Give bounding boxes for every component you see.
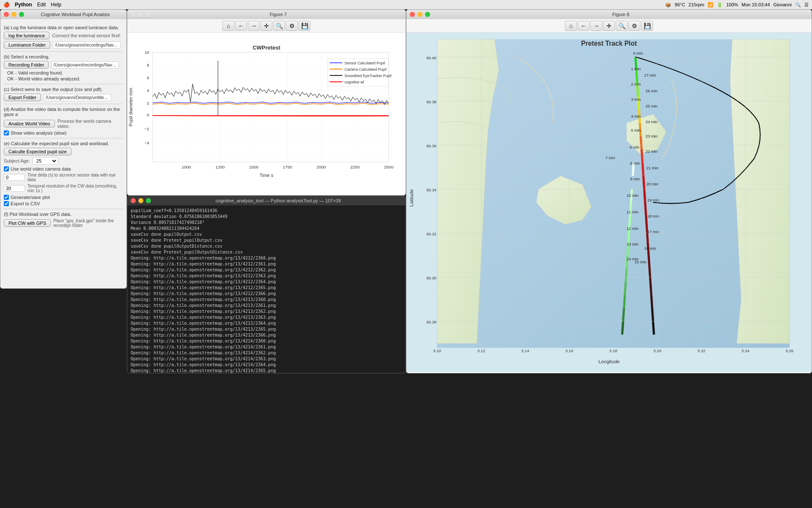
- time-delta-label: Time delta (s) to sicronice sensor data …: [27, 173, 123, 182]
- svg-line-69: [625, 282, 625, 295]
- subject-age-label: Subject Age:: [4, 158, 30, 163]
- generate-save-checkbox[interactable]: [4, 195, 9, 200]
- menubar-left: 🍎 Python Edit Help: [3, 2, 61, 8]
- pan-button[interactable]: ✛: [261, 21, 272, 31]
- temporal-res-input[interactable]: [4, 185, 25, 192]
- analize-world-button[interactable]: Analize World Video: [4, 120, 55, 127]
- back-button[interactable]: ←: [235, 21, 247, 31]
- app-name[interactable]: Python: [15, 2, 32, 8]
- generate-save-label: Generate/save plot: [11, 195, 50, 200]
- minimize-button[interactable]: [11, 12, 16, 17]
- svg-text:5.26: 5.26: [786, 349, 793, 353]
- fig7-minimize[interactable]: [138, 12, 143, 17]
- svg-text:8 min: 8 min: [630, 161, 640, 166]
- map-home-button[interactable]: ⌂: [565, 21, 577, 31]
- terminal-window: cognitive_analysis_tool — Python analysi…: [127, 196, 406, 373]
- plot-cw-gps-button[interactable]: Plot CW with GPS: [4, 219, 51, 227]
- svg-text:5.16: 5.16: [565, 349, 573, 353]
- svg-line-70: [626, 268, 627, 282]
- maximize-button[interactable]: [19, 12, 24, 17]
- svg-text:CWPretest: CWPretest: [252, 44, 280, 51]
- svg-text:5.18: 5.18: [609, 349, 617, 353]
- export-folder-button[interactable]: Export Folder: [4, 94, 41, 101]
- menubar-right: 📦 96°C 215rpm 📶 🔋 100% Mon 15:03:44 Giov…: [665, 2, 809, 8]
- svg-text:2: 2: [147, 101, 149, 105]
- svg-text:2250: 2250: [350, 165, 360, 169]
- svg-text:3 min: 3 min: [631, 98, 641, 102]
- windows-container: Cognitive Worklaod Pupil Analisis (a) Lo…: [0, 9, 812, 508]
- apple-menu[interactable]: 🍎: [3, 2, 10, 8]
- fig7-traffic-lights: [131, 12, 151, 17]
- svg-text:24 min: 24 min: [645, 120, 657, 124]
- settings-button[interactable]: ⚙: [286, 21, 298, 31]
- figure7-titlebar: Figure 7: [127, 10, 406, 19]
- svg-text:−2: −2: [144, 127, 149, 131]
- zoom-button[interactable]: 🔍: [273, 21, 285, 31]
- forward-button[interactable]: →: [248, 21, 260, 31]
- wifi-icon: 📶: [708, 2, 713, 8]
- row-recording-folder: Recording Folder /Users/giovanni/recordi…: [4, 61, 123, 69]
- map-pan-button[interactable]: ✛: [603, 21, 615, 31]
- fig7-maximize[interactable]: [146, 12, 151, 17]
- map-back-button[interactable]: ←: [578, 21, 590, 31]
- fig8-maximize[interactable]: [425, 12, 430, 17]
- map-settings-button[interactable]: ⚙: [628, 21, 640, 31]
- subject-age-select[interactable]: 25: [33, 157, 58, 165]
- terminal-maximize[interactable]: [146, 198, 151, 203]
- svg-text:5.10: 5.10: [433, 349, 441, 353]
- home-button[interactable]: ⌂: [222, 21, 234, 31]
- recording-folder-button[interactable]: Recording Folder: [4, 61, 49, 69]
- svg-text:5.14: 5.14: [521, 349, 529, 353]
- svg-text:0: 0: [147, 113, 149, 117]
- svg-text:Latitude: Latitude: [409, 189, 414, 207]
- export-path: /Users/giovanni/Desktop/untitled folder: [44, 94, 111, 101]
- svg-text:6: 6: [147, 75, 149, 80]
- svg-text:60.38: 60.38: [426, 100, 436, 104]
- svg-text:1 min: 1 min: [631, 67, 641, 71]
- row-subject-age: Subject Age: 25: [4, 157, 123, 165]
- export-csv-checkbox[interactable]: [4, 201, 9, 206]
- search-icon[interactable]: 🔍: [795, 2, 801, 8]
- log-luminance-button[interactable]: log the luminance: [4, 32, 49, 39]
- svg-text:5.12: 5.12: [477, 349, 485, 353]
- show-video-checkbox[interactable]: [4, 130, 9, 135]
- divider-e: [4, 209, 123, 209]
- help-menu[interactable]: Help: [51, 2, 61, 8]
- panel-content: (a) Log the luminace data or open saved …: [0, 19, 126, 288]
- svg-text:4: 4: [147, 88, 149, 93]
- edit-menu[interactable]: Edit: [37, 2, 46, 8]
- calc-pupil-button[interactable]: Calculte Expected pupil size: [4, 148, 71, 155]
- fig8-close[interactable]: [410, 12, 415, 17]
- chart-toolbar: ⌂ ← → ✛ 🔍 ⚙ 💾: [127, 19, 406, 33]
- show-video-row: Show video analysis (slow): [4, 130, 123, 135]
- show-video-label: Show video analysis (slow): [11, 130, 66, 135]
- time-delta-input[interactable]: [4, 174, 25, 181]
- fig8-minimize[interactable]: [417, 12, 422, 17]
- svg-line-67: [623, 308, 624, 321]
- svg-text:5.24: 5.24: [742, 349, 749, 353]
- chart-area: 10 8 6 4 2 0 −2 −4 1000 1250 1500 1750 2…: [127, 33, 406, 194]
- svg-text:60.28: 60.28: [426, 320, 436, 324]
- fig7-close[interactable]: [131, 12, 136, 17]
- luminance-folder-button[interactable]: Luminance Folder: [4, 41, 50, 49]
- map-save-button[interactable]: 💾: [641, 21, 653, 31]
- map-forward-button[interactable]: →: [590, 21, 602, 31]
- svg-line-60: [649, 255, 650, 268]
- grid-icon[interactable]: ☰: [804, 2, 809, 8]
- svg-line-56: [645, 202, 646, 215]
- terminal-minimize[interactable]: [138, 198, 143, 203]
- terminal-content[interactable]: pupilLum_coeff=0.13501248459161436Standa…: [127, 205, 406, 373]
- svg-text:60.32: 60.32: [426, 232, 436, 236]
- use-world-video-checkbox[interactable]: [4, 166, 9, 171]
- luminance-path: /Users/giovanni/recordings/Navigato: [53, 41, 121, 49]
- save-chart-button[interactable]: 💾: [299, 21, 310, 31]
- generate-save-row: Generate/save plot: [4, 195, 123, 200]
- left-panel: Cognitive Worklaod Pupil Analisis (a) Lo…: [0, 9, 127, 289]
- svg-text:60.40: 60.40: [426, 56, 436, 60]
- svg-line-62: [650, 282, 651, 295]
- close-button[interactable]: [4, 12, 9, 17]
- map-zoom-button[interactable]: 🔍: [616, 21, 628, 31]
- rpm: 215rpm: [689, 2, 704, 7]
- svg-text:15 min: 15 min: [634, 260, 646, 264]
- terminal-close[interactable]: [131, 198, 136, 203]
